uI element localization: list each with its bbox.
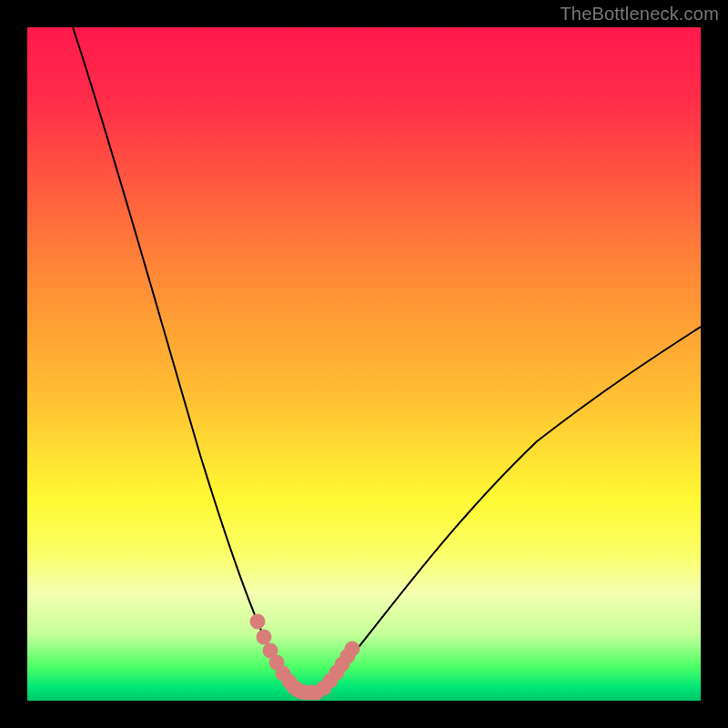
marker-dot <box>257 630 271 644</box>
watermark-text: TheBottleneck.com <box>560 4 719 25</box>
marker-dot <box>345 642 359 656</box>
marker-dot <box>250 614 265 629</box>
marker-cluster-right <box>317 642 359 695</box>
marker-cluster-left <box>250 614 324 700</box>
chart-overlay <box>27 27 701 701</box>
chart-frame: TheBottleneck.com <box>0 0 728 728</box>
right-curve <box>323 327 701 690</box>
plot-area <box>27 27 701 701</box>
left-curve <box>73 27 291 691</box>
